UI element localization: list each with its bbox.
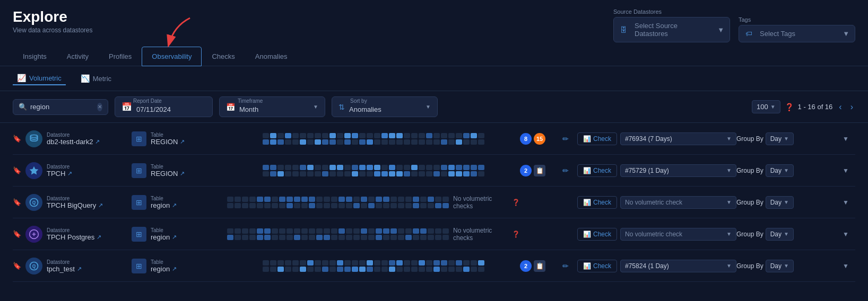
nav-item-insights[interactable]: Insights — [13, 47, 57, 66]
check-button-4[interactable]: 📊 Check — [577, 228, 617, 241]
help-icon-4[interactable]: ❓ — [512, 231, 520, 238]
edit-col-5: ✏ — [562, 262, 577, 270]
expand-button-1[interactable]: ▼ — [843, 135, 849, 143]
no-checks-text-4: No volumetric checks ❓ — [453, 227, 520, 242]
nav-item-activity[interactable]: Activity — [57, 47, 99, 66]
edit-icon-5[interactable]: ✏ — [562, 262, 569, 270]
groupby-select-1[interactable]: Day ▼ — [766, 132, 794, 145]
check-select-2[interactable]: #75729 (1 Day) ▼ — [620, 164, 736, 177]
check-select-arrow-1: ▼ — [726, 136, 732, 141]
datastore-link-4[interactable]: ↗ — [97, 234, 101, 241]
expand-button-5[interactable]: ▼ — [843, 262, 849, 270]
check-select-4[interactable]: No volumetric check ▼ — [620, 228, 736, 241]
check-select-5[interactable]: #75824 (1 Day) ▼ — [620, 260, 736, 272]
datastore-link-1[interactable]: ↗ — [95, 138, 100, 145]
groupby-select-3[interactable]: Day ▼ — [766, 196, 794, 209]
clear-search-button[interactable]: ✕ — [97, 103, 102, 111]
source-datastores-label: Source Datastores — [613, 8, 730, 15]
no-checks-area-3: No volumetric checks ❓ — [227, 195, 520, 210]
datastore-link-5[interactable]: ↗ — [77, 265, 82, 272]
table-link-3[interactable]: ↗ — [172, 202, 177, 209]
table-type-3: Table — [151, 196, 177, 201]
datastore-type-5: Datastore — [47, 259, 82, 265]
svg-text:Q: Q — [32, 263, 36, 269]
page-size-value: 100 — [757, 103, 768, 111]
table-link-4[interactable]: ↗ — [172, 234, 177, 241]
nav-label-anomalies: Anomalies — [255, 52, 288, 60]
datastore-link-3[interactable]: ↗ — [98, 202, 103, 209]
bookmark-col: 🔖 — [13, 135, 25, 143]
bookmark-icon[interactable]: 🔖 — [13, 166, 21, 174]
tags-select[interactable]: 🏷 Select Tags ▼ — [739, 25, 855, 42]
expand-button-2[interactable]: ▼ — [843, 167, 849, 174]
groupby-value-1: Day — [770, 135, 782, 143]
check-select-arrow-4: ▼ — [726, 231, 732, 237]
datastore-logo — [25, 162, 42, 179]
chart-col-1 — [227, 133, 520, 145]
sub-tab-metric[interactable]: 📉 Metric — [76, 72, 116, 85]
edit-icon-2[interactable]: ✏ — [562, 166, 569, 175]
bookmark-icon[interactable]: 🔖 — [13, 230, 21, 238]
datastore-info: Datastore TPCH BigQuery ↗ — [47, 196, 103, 209]
groupby-arrow-5: ▼ — [784, 263, 789, 269]
datastore-col: Q Datastore TPCH BigQuery ↗ — [25, 194, 132, 211]
check-icon-5: 📊 — [583, 262, 591, 270]
datastore-col: Datastore db2-testt-dark2 ↗ — [25, 130, 132, 147]
help-icon-3[interactable]: ❓ — [512, 199, 520, 206]
table-link-1[interactable]: ↗ — [180, 138, 185, 145]
report-date-filter[interactable]: 📅 Report Date 07/11/2024 — [115, 96, 213, 117]
table-row: 🔖 Datastore TPCH Postgres ↗ ⊞ Table — [13, 218, 855, 250]
table-link-2[interactable]: ↗ — [180, 170, 185, 177]
datastore-col: Datastore TPCH ↗ — [25, 162, 132, 179]
table-icon-4: ⊞ — [132, 227, 146, 242]
nav-item-profiles[interactable]: Profiles — [99, 47, 142, 66]
groupby-col-4: Group By Day ▼ — [736, 228, 843, 241]
timeframe-filter[interactable]: 📅 Timeframe Month ▼ — [219, 96, 325, 117]
check-button-1[interactable]: 📊 Check — [577, 132, 617, 145]
tags-group: Tags 🏷 Select Tags ▼ — [739, 16, 855, 42]
check-button-3[interactable]: 📊 Check — [577, 196, 617, 209]
bookmark-icon[interactable]: 🔖 — [13, 262, 21, 270]
nav-item-anomalies[interactable]: Anomalies — [245, 47, 298, 66]
tag-icon: 🏷 — [745, 30, 752, 38]
calendar-icon: 📅 — [121, 102, 132, 112]
bookmark-icon[interactable]: 🔖 — [13, 198, 21, 206]
table-link-5[interactable]: ↗ — [172, 265, 177, 272]
prev-page-button[interactable]: ‹ — [837, 102, 844, 112]
timeframe-label: Timeframe — [238, 98, 263, 104]
help-icon[interactable]: ❓ — [785, 103, 794, 111]
groupby-select-5[interactable]: Day ▼ — [766, 260, 794, 272]
check-select-3[interactable]: No volumetric check ▼ — [620, 196, 736, 209]
datastore-link-2[interactable]: ↗ — [67, 170, 72, 177]
sub-tab-volumetric[interactable]: 📈 Volumetric — [13, 72, 66, 85]
edit-icon-1[interactable]: ✏ — [562, 135, 569, 143]
bookmark-icon[interactable]: 🔖 — [13, 135, 21, 143]
expand-button-3[interactable]: ▼ — [843, 199, 849, 206]
chart-col-5 — [227, 260, 520, 272]
check-button-5[interactable]: 📊 Check — [577, 260, 617, 272]
table-col-2: ⊞ Table REGION ↗ — [132, 163, 227, 178]
table-icon-5: ⊞ — [132, 259, 146, 273]
search-input[interactable] — [30, 103, 94, 111]
report-date-value: 07/11/2024 — [136, 105, 171, 113]
datastore-name-4: TPCH Postgres ↗ — [47, 233, 101, 241]
groupby-select-2[interactable]: Day ▼ — [766, 164, 794, 177]
source-datastores-select[interactable]: 🗄 Select Source Datastores ▼ — [613, 17, 730, 42]
groupby-arrow-1: ▼ — [784, 136, 789, 141]
check-icon-2: 📊 — [583, 167, 591, 174]
next-page-button[interactable]: › — [848, 102, 855, 112]
check-select-arrow-2: ▼ — [726, 167, 732, 173]
bookmark-col: 🔖 — [13, 198, 25, 206]
sort-filter[interactable]: ⇅ Sort by Anomalies ▼ — [332, 96, 438, 117]
check-button-2[interactable]: 📊 Check — [577, 164, 617, 177]
nav-item-checks[interactable]: Checks — [202, 47, 245, 66]
datastore-col: Q Datastore tpch_test ↗ — [25, 258, 132, 275]
expand-button-4[interactable]: ▼ — [843, 231, 849, 238]
datastore-name-3: TPCH BigQuery ↗ — [47, 201, 103, 209]
table-info-5: Table region ↗ — [151, 259, 177, 273]
search-box[interactable]: 🔍 ✕ — [13, 99, 108, 115]
check-select-1[interactable]: #76934 (7 Days) ▼ — [620, 132, 736, 145]
nav-item-observability[interactable]: Observability — [142, 47, 202, 66]
tags-label: Tags — [739, 16, 855, 23]
groupby-select-4[interactable]: Day ▼ — [766, 228, 794, 241]
